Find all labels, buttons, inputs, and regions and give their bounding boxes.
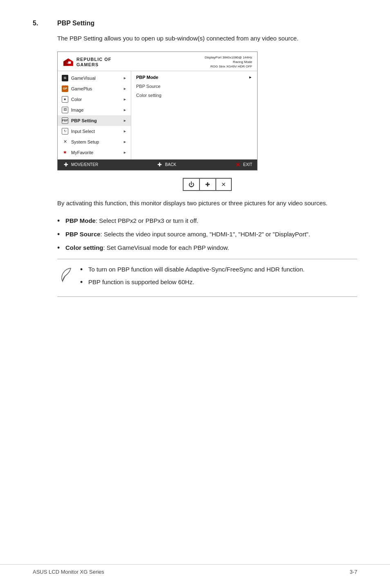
pbpmode-desc: : Select PBPx2 or PBPx3 or turn it off. — [96, 217, 199, 224]
back-label: BACK — [165, 162, 176, 167]
osd-menu-item-pbpsetting[interactable]: PBP PBP Setting ► — [58, 115, 131, 126]
inputselect-arrow: ► — [123, 129, 127, 133]
bullet-text-pbpsource: PBP Source: Selects the video input sour… — [65, 230, 357, 239]
note-bullet-2: • PBP function is supported below 60Hz. — [80, 278, 357, 287]
osd-menu-item-gamevisual[interactable]: G GameVisual ► — [58, 73, 131, 83]
section-number: 5. — [33, 20, 57, 27]
move-enter-icon: ✚ — [63, 162, 69, 168]
back-icon: ✚ — [157, 162, 163, 168]
bullet-text-pbpmode: PBP Mode: Select PBPx2 or PBPx3 or turn … — [65, 216, 357, 226]
color-icon: ■ — [62, 96, 68, 103]
inputselect-label: Input Select — [71, 129, 95, 134]
systemsetup-icon: ✕ — [62, 139, 68, 145]
myfavorite-arrow: ► — [123, 150, 127, 155]
pen-icon — [59, 267, 72, 283]
bullet-dot-1: • — [57, 216, 65, 226]
note-dot-1: • — [80, 265, 88, 274]
footer-left: ASUS LCD Monitor XG Series — [33, 569, 104, 575]
image-icon: 🖼 — [62, 107, 68, 113]
note-text-1: To turn on PBP function will disable Ada… — [88, 265, 305, 274]
colorsetting-desc: : Set GameVisual mode for each PBP windo… — [103, 244, 229, 251]
osd-submenu: PBP Mode ► PBP Source Color setting — [131, 71, 257, 159]
gamevisual-label: GameVisual — [71, 76, 96, 81]
nav-icon-power: ⏻ — [183, 178, 199, 191]
svg-marker-0 — [68, 58, 73, 66]
osd-menu-item-inputselect[interactable]: ↻ Input Select ► — [58, 126, 131, 137]
osd-body: G GameVisual ► GP GamePlus ► ■ Color — [58, 71, 257, 159]
osd-menu-item-color[interactable]: ■ Color ► — [58, 94, 131, 105]
bullet-dot-3: • — [57, 243, 65, 253]
bullet-dot-2: • — [57, 230, 65, 239]
footer-move-enter: ✚ MOVE/ENTER — [63, 162, 98, 168]
osd-menu-item-systemsetup[interactable]: ✕ System Setup ► — [58, 137, 131, 147]
footer-back: ✚ BACK — [157, 162, 176, 168]
inputselect-icon: ↻ — [62, 128, 68, 135]
pbpsetting-icon: PBP — [62, 117, 68, 124]
osd-screenshot: REPUBLIC OF GAMERS DisplayPort 3840x1080… — [57, 52, 258, 171]
osd-status: DisplayPort 3840x1080@ 144Hz Racing Mode… — [205, 55, 252, 69]
footer-exit: ✕ EXIT — [235, 162, 252, 168]
bullet-item-pbpmode: • PBP Mode: Select PBPx2 or PBPx3 or tur… — [57, 216, 357, 226]
osd-logo: REPUBLIC OF GAMERS — [63, 57, 112, 67]
gameplus-label: GamePlus — [71, 86, 92, 91]
bullet-list: • PBP Mode: Select PBPx2 or PBPx3 or tur… — [57, 216, 357, 253]
exit-icon: ✕ — [235, 162, 241, 168]
osd-footer: ✚ MOVE/ENTER ✚ BACK ✕ EXIT — [58, 159, 257, 170]
description-text: By activating this function, this monito… — [57, 198, 357, 208]
intro-text: The PBP Setting allows you to open up su… — [57, 34, 357, 43]
gamevisual-icon: G — [62, 75, 68, 81]
move-enter-label: MOVE/ENTER — [71, 162, 98, 167]
color-arrow: ► — [123, 97, 127, 101]
page-footer: ASUS LCD Monitor XG Series 3-7 — [0, 564, 390, 575]
systemsetup-arrow: ► — [123, 140, 127, 144]
systemsetup-label: System Setup — [71, 139, 99, 144]
colorsetting-term: Color setting — [65, 244, 103, 251]
note-icon — [57, 265, 74, 283]
osd-logo-text: REPUBLIC OF GAMERS — [76, 57, 112, 67]
bullet-item-colorsetting: • Color setting: Set GameVisual mode for… — [57, 243, 357, 253]
osd-submenu-colorsetting[interactable]: Color setting — [131, 91, 257, 100]
section-heading: 5. PBP Setting — [33, 20, 357, 27]
note-text-2: PBP function is supported below 60Hz. — [88, 278, 194, 287]
note-bullet-1: • To turn on PBP function will disable A… — [80, 265, 357, 274]
color-label: Color — [71, 97, 82, 102]
gameplus-arrow: ► — [123, 87, 127, 91]
rog-logo-icon — [63, 58, 74, 67]
image-label: Image — [71, 108, 84, 112]
gameplus-icon: GP — [62, 85, 68, 92]
pbpmode-arrow: ► — [249, 75, 252, 79]
osd-submenu-pbpsource[interactable]: PBP Source — [131, 82, 257, 91]
osd-menu-item-gameplus[interactable]: GP GamePlus ► — [58, 83, 131, 94]
pbpsource-label: PBP Source — [136, 84, 161, 89]
note-content: • To turn on PBP function will disable A… — [80, 265, 357, 291]
pbpsetting-arrow: ► — [123, 119, 127, 123]
osd-header: REPUBLIC OF GAMERS DisplayPort 3840x1080… — [58, 52, 257, 71]
note-dot-2: • — [80, 278, 88, 287]
pbpsetting-label: PBP Setting — [71, 118, 97, 123]
osd-submenu-pbpmode[interactable]: PBP Mode ► — [131, 73, 257, 82]
pbpmode-label: PBP Mode — [136, 75, 158, 80]
osd-menu-left: G GameVisual ► GP GamePlus ► ■ Color — [58, 71, 131, 159]
myfavorite-label: MyFavorite — [71, 150, 93, 155]
nav-icon-close: ✕ — [215, 178, 232, 191]
pbpsource-desc: : Selects the video input source among, … — [101, 231, 310, 238]
pbpsource-term: PBP Source — [65, 231, 101, 238]
svg-rect-2 — [67, 63, 69, 64]
colorsetting-label: Color setting — [136, 93, 161, 98]
bullet-text-colorsetting: Color setting: Set GameVisual mode for e… — [65, 243, 357, 253]
osd-menu-item-image[interactable]: 🖼 Image ► — [58, 105, 131, 115]
pbpmode-term: PBP Mode — [65, 217, 96, 224]
osd-menu-item-myfavorite[interactable]: ★ MyFavorite ► — [58, 147, 131, 158]
myfavorite-icon: ★ — [62, 149, 68, 156]
nav-icons-bar: ⏻ ✚ ✕ — [57, 178, 357, 191]
exit-label: EXIT — [243, 162, 252, 167]
gamevisual-arrow: ► — [123, 76, 127, 80]
note-box: • To turn on PBP function will disable A… — [57, 259, 357, 297]
section-title: PBP Setting — [57, 20, 94, 27]
image-arrow: ► — [123, 108, 127, 112]
svg-marker-1 — [63, 58, 68, 66]
nav-icon-move: ✚ — [199, 178, 215, 191]
bullet-item-pbpsource: • PBP Source: Selects the video input so… — [57, 230, 357, 239]
footer-right: 3-7 — [350, 569, 357, 575]
